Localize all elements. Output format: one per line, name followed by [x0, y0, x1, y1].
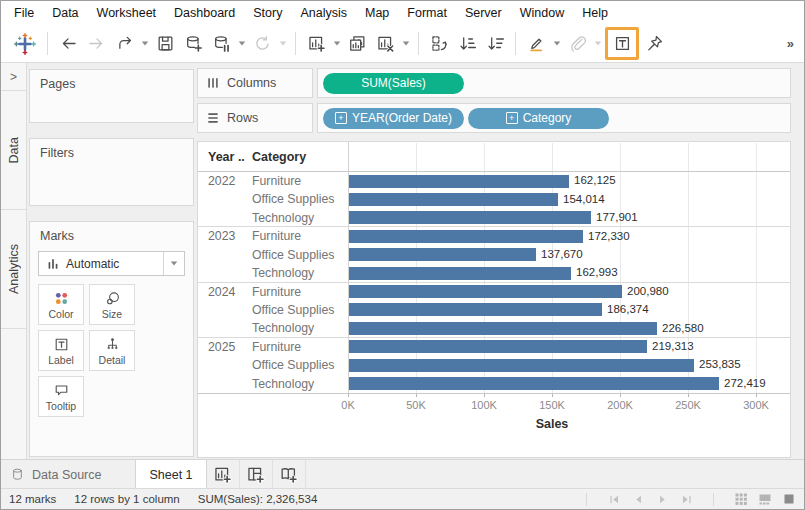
bar-mark[interactable]: [349, 248, 536, 261]
run-auto-updates-button[interactable]: [248, 30, 276, 57]
menu-dashboard[interactable]: Dashboard: [165, 2, 244, 24]
pill-sum-sales[interactable]: SUM(Sales): [323, 73, 464, 94]
bar-mark[interactable]: [349, 303, 602, 316]
collapse-pane-button[interactable]: >: [1, 63, 26, 91]
sort-ascending-button[interactable]: [453, 30, 481, 57]
category-header[interactable]: Technology: [252, 211, 314, 225]
side-tab-data[interactable]: Data: [1, 91, 26, 210]
menu-story[interactable]: Story: [244, 2, 291, 24]
bar-mark[interactable]: [349, 377, 719, 390]
group-members-button[interactable]: [563, 30, 591, 57]
marks-button-tooltip[interactable]: Tooltip: [38, 376, 84, 417]
axis-tick-label[interactable]: 50K: [394, 399, 438, 411]
nav-prev-button[interactable]: [629, 491, 647, 507]
pill-year-order-date[interactable]: YEAR(Order Date): [323, 108, 464, 129]
axis-tick-label[interactable]: 200K: [598, 399, 642, 411]
category-header[interactable]: Office Supplies: [252, 192, 334, 206]
sheet-sorter-button[interactable]: [732, 491, 750, 507]
bar-mark[interactable]: [349, 322, 657, 335]
pause-auto-updates-dropdown-caret[interactable]: [235, 30, 248, 57]
show-tabs-button[interactable]: [780, 491, 798, 507]
data-source-tab[interactable]: Data Source: [1, 460, 115, 489]
show-mark-labels-button[interactable]: [608, 30, 636, 57]
filmstrip-button[interactable]: [756, 491, 774, 507]
highlight-button[interactable]: [522, 30, 550, 57]
bar-mark[interactable]: [349, 211, 591, 224]
pause-auto-updates-button[interactable]: [207, 30, 235, 57]
category-header[interactable]: Furniture: [252, 229, 301, 243]
clear-sheet-button[interactable]: [371, 30, 399, 57]
menu-help[interactable]: Help: [573, 2, 617, 24]
pages-shelf[interactable]: Pages: [29, 69, 194, 123]
new-dashboard-tab-button[interactable]: [240, 460, 273, 489]
header-category-column[interactable]: Category: [252, 150, 306, 164]
bar-mark[interactable]: [349, 175, 569, 188]
nav-last-button[interactable]: [677, 491, 695, 507]
bar-mark[interactable]: [349, 340, 647, 353]
pin-button[interactable]: [640, 30, 668, 57]
year-header-2023[interactable]: 2023: [208, 229, 235, 243]
run-auto-updates-dropdown-caret[interactable]: [276, 30, 289, 57]
header-year-column[interactable]: Year ..: [208, 150, 245, 164]
undo-button[interactable]: [54, 30, 82, 57]
toolbar-more-button[interactable]: »: [783, 36, 798, 51]
menu-window[interactable]: Window: [511, 2, 573, 24]
axis-tick-label[interactable]: 300K: [734, 399, 778, 411]
bar-mark[interactable]: [349, 285, 622, 298]
save-button[interactable]: [151, 30, 179, 57]
bar-mark[interactable]: [349, 193, 558, 206]
axis-tick-label[interactable]: 0K: [326, 399, 370, 411]
rows-shelf[interactable]: YEAR(Order Date)Category: [317, 103, 791, 133]
category-header[interactable]: Furniture: [252, 285, 301, 299]
expand-plus-icon[interactable]: [335, 112, 347, 124]
menu-analysis[interactable]: Analysis: [291, 2, 356, 24]
bar-mark[interactable]: [349, 359, 694, 372]
new-worksheet-dropdown-caret[interactable]: [330, 30, 343, 57]
menu-worksheet[interactable]: Worksheet: [88, 2, 166, 24]
bar-mark[interactable]: [349, 230, 583, 243]
menu-map[interactable]: Map: [356, 2, 398, 24]
columns-shelf[interactable]: SUM(Sales): [317, 68, 791, 98]
pill-category[interactable]: Category: [468, 108, 609, 129]
year-header-2024[interactable]: 2024: [208, 285, 235, 299]
redo-button[interactable]: [82, 30, 110, 57]
axis-tick-label[interactable]: 150K: [530, 399, 574, 411]
category-header[interactable]: Office Supplies: [252, 303, 334, 317]
category-header[interactable]: Office Supplies: [252, 248, 334, 262]
sort-descending-button[interactable]: [481, 30, 509, 57]
side-tab-analytics[interactable]: Analytics: [1, 210, 26, 329]
year-header-2025[interactable]: 2025: [208, 340, 235, 354]
axis-tick-label[interactable]: 250K: [666, 399, 710, 411]
menu-file[interactable]: File: [5, 2, 43, 24]
replay-button[interactable]: [110, 30, 138, 57]
category-header[interactable]: Technology: [252, 266, 314, 280]
nav-first-button[interactable]: [605, 491, 623, 507]
x-axis-title[interactable]: Sales: [452, 417, 652, 431]
category-header[interactable]: Furniture: [252, 174, 301, 188]
new-worksheet-tab-button[interactable]: [207, 460, 240, 489]
category-header[interactable]: Office Supplies: [252, 358, 334, 372]
category-header[interactable]: Technology: [252, 377, 314, 391]
filters-shelf[interactable]: Filters: [29, 138, 194, 206]
menu-server[interactable]: Server: [456, 2, 511, 24]
mark-type-dropdown[interactable]: Automatic: [38, 251, 185, 276]
marks-button-color[interactable]: Color: [38, 284, 84, 325]
category-header[interactable]: Furniture: [252, 340, 301, 354]
new-story-tab-button[interactable]: [273, 460, 306, 489]
menu-format[interactable]: Format: [398, 2, 456, 24]
clear-sheet-dropdown-caret[interactable]: [399, 30, 412, 57]
marks-button-detail[interactable]: Detail: [89, 330, 135, 371]
marks-button-size[interactable]: Size: [89, 284, 135, 325]
axis-tick-label[interactable]: 100K: [462, 399, 506, 411]
group-members-dropdown-caret[interactable]: [591, 30, 604, 57]
swap-rows-columns-button[interactable]: [425, 30, 453, 57]
bar-mark[interactable]: [349, 267, 571, 280]
expand-plus-icon[interactable]: [506, 112, 518, 124]
new-data-source-button[interactable]: [179, 30, 207, 57]
sheet-tab-sheet-1[interactable]: Sheet 1: [135, 460, 206, 489]
nav-next-button[interactable]: [653, 491, 671, 507]
year-header-2022[interactable]: 2022: [208, 174, 235, 188]
highlight-dropdown-caret[interactable]: [550, 30, 563, 57]
new-worksheet-button[interactable]: [302, 30, 330, 57]
duplicate-sheet-button[interactable]: [343, 30, 371, 57]
